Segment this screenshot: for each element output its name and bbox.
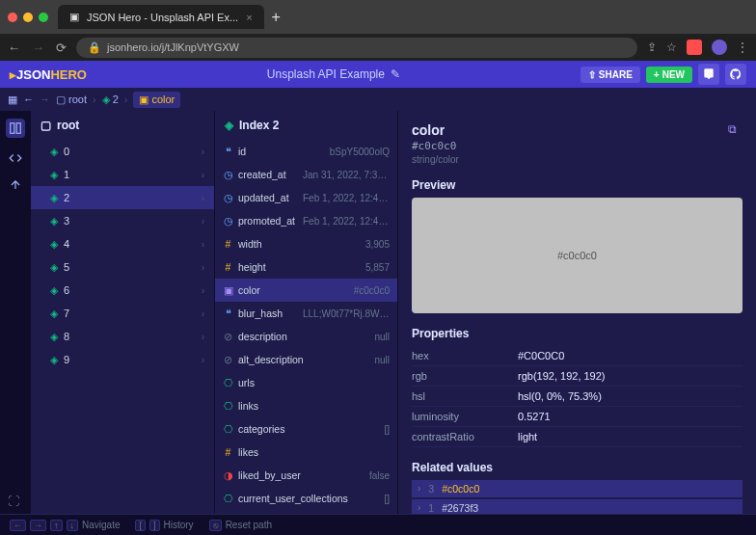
detail-key: description [238, 331, 287, 342]
prop-key: color [412, 122, 742, 138]
new-tab-button[interactable]: + [272, 9, 281, 26]
detail-row[interactable]: ⎔categories[] [215, 417, 397, 441]
property-row: hex#C0C0C0 [412, 346, 742, 366]
view-grid-icon[interactable]: ▦ [8, 94, 17, 106]
footer-bar: ←→↑↓ Navigate [] History ⎋ Reset path [0, 514, 756, 535]
detail-key: updated_at [238, 192, 289, 203]
prop-type: string/color [412, 154, 742, 165]
minimize-window[interactable] [23, 13, 33, 22]
close-tab-icon[interactable]: × [246, 12, 252, 23]
property-row: luminosity0.5271 [412, 407, 742, 427]
detail-key: current_user_collections [238, 493, 348, 504]
new-button[interactable]: + NEW [646, 67, 692, 83]
detail-value: bSpY5000olQ [330, 147, 390, 157]
detail-value: Feb 1, 2022, 12:40:02 PM… [303, 193, 390, 203]
sidebar-rail [0, 111, 31, 535]
related-value-row[interactable]: ›3#c0c0c0 [412, 480, 742, 497]
browser-tab[interactable]: ▣ JSON Hero - Unsplash API Ex... × [58, 5, 264, 29]
detail-row[interactable]: ◷created_atJan 31, 2022, 7:39:53 PM [215, 163, 397, 186]
detail-key: created_at [238, 169, 286, 180]
share-button[interactable]: ⇧ SHARE [580, 67, 640, 83]
tree-item[interactable]: ◈5› [31, 255, 214, 279]
crumb-forward-icon[interactable]: → [40, 94, 50, 105]
reload-icon[interactable]: ⟳ [56, 40, 67, 55]
profile-avatar[interactable] [712, 40, 727, 55]
tree-item-label: 2 [64, 192, 69, 203]
tree-item[interactable]: ◈3› [31, 209, 214, 232]
app-logo[interactable]: ▸JSONHERO [10, 67, 87, 82]
columns-view-icon[interactable] [6, 119, 25, 138]
crumb-leaf[interactable]: ▣ color [133, 92, 180, 108]
detail-row[interactable]: ⊘descriptionnull [215, 325, 397, 348]
edit-title-icon[interactable]: ✎ [391, 67, 400, 81]
chevron-right-icon: › [202, 355, 204, 365]
detail-key: color [238, 284, 260, 296]
chevron-right-icon: › [202, 170, 204, 180]
footer-history[interactable]: [] History [135, 520, 193, 531]
detail-row[interactable]: ◷promoted_atFeb 1, 2022, 12:40:01 P… [215, 209, 397, 232]
github-icon[interactable] [725, 64, 746, 85]
bookmark-icon[interactable]: ☆ [666, 40, 677, 54]
detail-row[interactable]: #height5,857 [215, 255, 397, 279]
upload-icon[interactable] [9, 178, 22, 192]
crumb-root[interactable]: ▢ root [56, 94, 87, 106]
window-controls[interactable] [8, 13, 48, 22]
detail-row[interactable]: ⎔current_user_collections[] [215, 487, 397, 510]
property-value: light [518, 431, 537, 442]
tree-item[interactable]: ◈7› [31, 302, 214, 325]
type-icon: # [223, 238, 233, 250]
expand-icon[interactable]: ⛶ [8, 495, 19, 508]
share-url-icon[interactable]: ⇪ [647, 40, 657, 54]
detail-row[interactable]: ❝idbSpY5000olQ [215, 140, 397, 163]
footer-navigate[interactable]: ←→↑↓ Navigate [10, 520, 120, 531]
detail-row[interactable]: ⊘alt_descriptionnull [215, 348, 397, 371]
object-icon: ◈ [50, 146, 58, 158]
property-row: rgbrgb(192, 192, 192) [412, 366, 742, 387]
svg-rect-0 [11, 123, 14, 134]
property-key: hsl [412, 390, 518, 402]
property-value: rgb(192, 192, 192) [518, 370, 606, 382]
properties-heading: Properties [412, 327, 742, 340]
tree-item[interactable]: ◈6› [31, 279, 214, 302]
detail-row[interactable]: ❝blur_hashLLL;W0t77*Rj.8WKs;oIyDofT… [215, 302, 397, 325]
tree-item[interactable]: ◈8› [31, 325, 214, 348]
tree-item[interactable]: ◈0› [31, 140, 214, 163]
detail-row[interactable]: ⎔links [215, 394, 397, 417]
maximize-window[interactable] [39, 13, 48, 22]
tab-favicon: ▣ [69, 11, 79, 23]
url-input[interactable]: 🔒 jsonhero.io/j/tJlKnpVtYGXW [76, 38, 637, 58]
detail-row[interactable]: ◑liked_by_userfalse [215, 464, 397, 487]
browser-tab-bar: ▣ JSON Hero - Unsplash API Ex... × + [0, 0, 756, 34]
object-icon: ◈ [225, 119, 233, 132]
crumb-back-icon[interactable]: ← [23, 94, 34, 105]
close-window[interactable] [8, 13, 17, 22]
type-icon: ⎔ [223, 377, 233, 388]
detail-value: LLL;W0t77*Rj.8WKs;oIyDofT… [303, 308, 390, 319]
detail-header: ◈ Index 2 [215, 111, 397, 140]
chevron-right-icon: › [418, 502, 420, 514]
document-title[interactable]: Unsplash API Example ✎ [87, 67, 580, 81]
crumb-index[interactable]: ◈ 2 [102, 94, 119, 106]
object-icon: ◈ [50, 354, 58, 366]
code-view-icon[interactable] [9, 151, 22, 165]
detail-row[interactable]: ▣color#c0c0c0 [215, 279, 397, 302]
address-bar: ← → ⟳ 🔒 jsonhero.io/j/tJlKnpVtYGXW ⇪ ☆ ⋮ [0, 34, 756, 61]
type-icon: # [223, 261, 233, 273]
footer-reset[interactable]: ⎋ Reset path [209, 520, 272, 531]
tree-item[interactable]: ◈9› [31, 348, 214, 371]
detail-row[interactable]: ⎔urls [215, 371, 397, 394]
forward-icon[interactable]: → [32, 40, 44, 55]
tree-item[interactable]: ◈4› [31, 232, 214, 255]
detail-row[interactable]: #likes [215, 441, 397, 464]
chevron-right-icon: › [418, 483, 420, 495]
copy-icon[interactable]: ⧉ [728, 122, 737, 136]
detail-row[interactable]: #width3,905 [215, 232, 397, 255]
discord-icon[interactable] [698, 64, 719, 85]
menu-icon[interactable]: ⋮ [737, 40, 748, 54]
tree-item[interactable]: ◈1› [31, 163, 214, 186]
detail-row[interactable]: ◷updated_atFeb 1, 2022, 12:40:02 PM… [215, 186, 397, 209]
chevron-right-icon: › [202, 193, 204, 203]
extension-icon[interactable] [687, 40, 702, 55]
tree-item[interactable]: ◈2› [31, 186, 214, 209]
back-icon[interactable]: ← [8, 40, 20, 55]
